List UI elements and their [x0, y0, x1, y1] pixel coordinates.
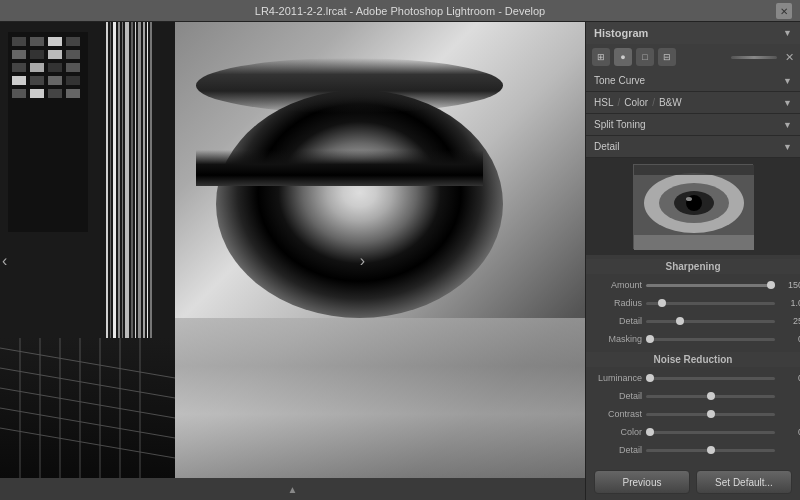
- nr-color-detail-row: Detail: [594, 441, 792, 459]
- sharpening-masking-row: Masking 0: [594, 330, 792, 348]
- sharpening-radius-row: Radius 1.0: [594, 294, 792, 312]
- hsl-expand[interactable]: ▼: [783, 98, 792, 108]
- nr-contrast-row: Contrast: [594, 405, 792, 423]
- nr-color-value: 0: [779, 427, 800, 437]
- crop-icon[interactable]: ⊟: [658, 48, 676, 66]
- split-toning-row[interactable]: Split Toning ▼: [586, 114, 800, 136]
- photo-area: ‹ › ▲: [0, 22, 585, 500]
- circle-icon[interactable]: ●: [614, 48, 632, 66]
- svg-line-1: [0, 368, 175, 398]
- masking-slider[interactable]: [646, 338, 775, 341]
- sharpening-detail-row: Detail 25: [594, 312, 792, 330]
- nr-detail-slider[interactable]: [646, 395, 775, 398]
- tone-curve-row[interactable]: Tone Curve ▼: [586, 70, 800, 92]
- toolbar-row: ⊞ ● □ ⊟ ✕: [586, 44, 800, 70]
- detail-row[interactable]: Detail ▼: [586, 136, 800, 158]
- radius-label: Radius: [594, 298, 642, 308]
- nr-contrast-slider[interactable]: [646, 413, 775, 416]
- luminance-value: 0: [779, 373, 800, 383]
- radius-value: 1.0: [779, 298, 800, 308]
- detail-slider-label: Detail: [594, 316, 642, 326]
- nr-contrast-label: Contrast: [594, 409, 642, 419]
- radius-slider[interactable]: [646, 302, 775, 305]
- tone-curve-expand[interactable]: ▼: [783, 76, 792, 86]
- previous-button[interactable]: Previous: [594, 470, 690, 494]
- square-icon[interactable]: □: [636, 48, 654, 66]
- photo-bottom-bar: ▲: [0, 478, 585, 500]
- svg-rect-18: [634, 165, 754, 175]
- nr-color-row: Color 0: [594, 423, 792, 441]
- svg-point-17: [686, 197, 692, 201]
- svg-rect-19: [634, 235, 754, 250]
- nav-arrow-left[interactable]: ‹: [2, 252, 7, 270]
- nr-color-label: Color: [594, 427, 642, 437]
- title-bar-text: LR4-2011-2-2.lrcat - Adobe Photoshop Lig…: [255, 5, 545, 17]
- main-container: ‹ › ▲ Histogram ▼ ⊞ ● □ ⊟ ✕ Tone Curve ▼: [0, 22, 800, 500]
- histogram-label: Histogram: [594, 27, 648, 39]
- grid-icon[interactable]: ⊞: [592, 48, 610, 66]
- amount-label: Amount: [594, 280, 642, 290]
- hsl-row[interactable]: HSL / Color / B&W ▼: [586, 92, 800, 114]
- thumbnail-image: [633, 164, 753, 249]
- nr-color-detail-slider[interactable]: [646, 449, 775, 452]
- close-x[interactable]: ✕: [785, 51, 794, 64]
- nr-color-slider[interactable]: [646, 431, 775, 434]
- color-label: Color: [624, 97, 648, 108]
- detail-value: 25: [779, 316, 800, 326]
- detail-label: Detail: [594, 141, 620, 152]
- tone-curve-label: Tone Curve: [594, 75, 645, 86]
- set-defaults-button[interactable]: Set Default...: [696, 470, 792, 494]
- sharpening-section: Sharpening Amount 150 Radius 1.0 Detail …: [586, 255, 800, 352]
- split-toning-expand[interactable]: ▼: [783, 120, 792, 130]
- bottom-buttons: Previous Set Default...: [586, 464, 800, 500]
- right-panel: Histogram ▼ ⊞ ● □ ⊟ ✕ Tone Curve ▼ HSL /…: [585, 22, 800, 500]
- hsl-label: HSL: [594, 97, 613, 108]
- amount-slider[interactable]: [646, 284, 775, 287]
- nr-detail-label: Detail: [594, 391, 642, 401]
- svg-line-4: [0, 428, 175, 458]
- detail-expand[interactable]: ▼: [783, 142, 792, 152]
- masking-label: Masking: [594, 334, 642, 344]
- nav-arrow-right[interactable]: ›: [360, 252, 365, 270]
- noise-reduction-title: Noise Reduction: [586, 352, 800, 367]
- sharpening-amount-row: Amount 150: [594, 276, 792, 294]
- svg-line-2: [0, 388, 175, 418]
- svg-line-3: [0, 408, 175, 438]
- sep2: /: [652, 97, 655, 108]
- title-bar: LR4-2011-2-2.lrcat - Adobe Photoshop Lig…: [0, 0, 800, 22]
- svg-line-0: [0, 348, 175, 378]
- histogram-expand[interactable]: ▼: [783, 28, 792, 38]
- luminance-label: Luminance: [594, 373, 642, 383]
- brightness-slider-mini[interactable]: [731, 56, 778, 59]
- amount-value: 150: [779, 280, 800, 290]
- nr-color-detail-label: Detail: [594, 445, 642, 455]
- thumbnail-area: [586, 158, 800, 255]
- nr-detail-row: Detail: [594, 387, 792, 405]
- split-toning-label: Split Toning: [594, 119, 646, 130]
- masking-value: 0: [779, 334, 800, 344]
- luminance-slider[interactable]: [646, 377, 775, 380]
- detail-slider[interactable]: [646, 320, 775, 323]
- sharpening-title: Sharpening: [586, 259, 800, 274]
- close-button[interactable]: ✕: [776, 3, 792, 19]
- sep1: /: [617, 97, 620, 108]
- bw-label: B&W: [659, 97, 682, 108]
- noise-reduction-section: Noise Reduction Luminance 0 Detail Contr…: [586, 352, 800, 463]
- luminance-row: Luminance 0: [594, 369, 792, 387]
